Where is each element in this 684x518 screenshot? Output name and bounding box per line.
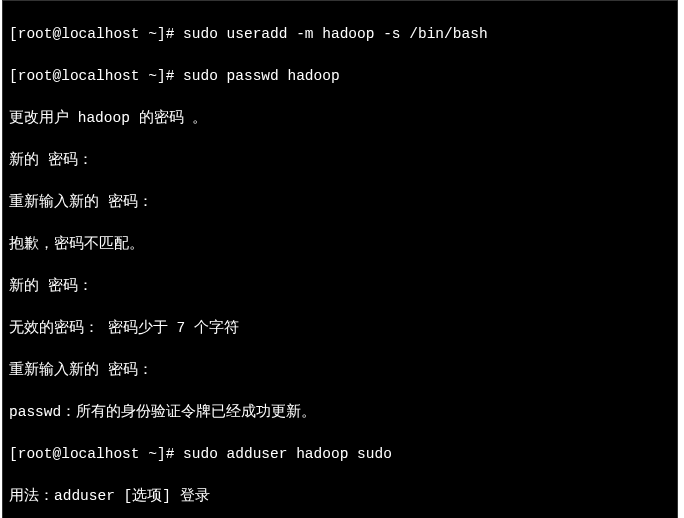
terminal-line: 新的 密码： — [9, 276, 671, 297]
terminal-line: [root@localhost ~]# sudo adduser hadoop … — [9, 444, 671, 465]
terminal-line: 抱歉，密码不匹配。 — [9, 234, 671, 255]
terminal-line: 重新输入新的 密码： — [9, 192, 671, 213]
terminal-line: 重新输入新的 密码： — [9, 360, 671, 381]
terminal-line: 无效的密码： 密码少于 7 个字符 — [9, 318, 671, 339]
terminal-output-1[interactable]: [root@localhost ~]# sudo useradd -m hado… — [2, 0, 678, 518]
terminal-line: 新的 密码： — [9, 150, 671, 171]
terminal-line: 用法：adduser [选项] 登录 — [9, 486, 671, 507]
terminal-line: passwd：所有的身份验证令牌已经成功更新。 — [9, 402, 671, 423]
terminal-line: [root@localhost ~]# sudo passwd hadoop — [9, 66, 671, 87]
terminal-line: 更改用户 hadoop 的密码 。 — [9, 108, 671, 129]
terminal-line: [root@localhost ~]# sudo useradd -m hado… — [9, 24, 671, 45]
